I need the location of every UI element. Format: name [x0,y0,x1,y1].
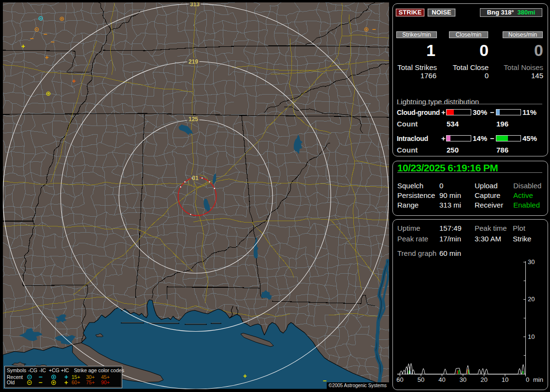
svg-text:10: 10 [528,333,535,340]
svg-text:20: 20 [480,376,487,383]
svg-text:40: 40 [438,376,445,383]
svg-text:10: 10 [502,376,508,383]
svg-text:0: 0 [526,376,529,383]
svg-text:30: 30 [460,376,466,383]
svg-text:20: 20 [528,295,535,303]
svg-text:50: 50 [418,376,424,383]
svg-text:30: 30 [528,258,535,266]
svg-text:60: 60 [396,376,403,383]
svg-text:min: min [533,376,543,383]
